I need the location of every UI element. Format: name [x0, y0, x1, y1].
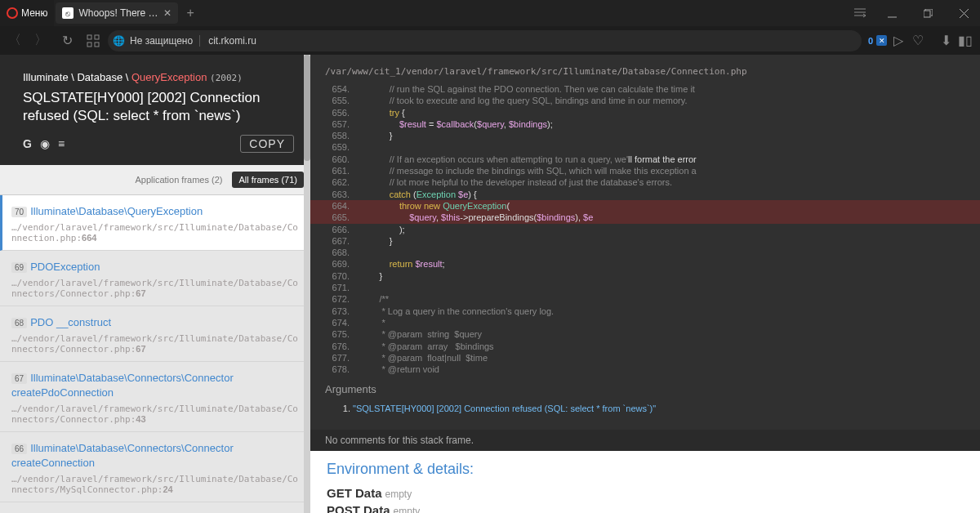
- opera-logo-icon: [7, 7, 18, 19]
- shield-badge-icon[interactable]: ✕: [876, 35, 887, 46]
- duckduckgo-icon[interactable]: ◉: [40, 137, 50, 150]
- google-search-icon[interactable]: G: [23, 137, 32, 150]
- arguments-section: Arguments "SQLSTATE[HY000] [2002] Connec…: [310, 375, 980, 422]
- tab-title: Whoops! There was an err: [78, 7, 158, 19]
- globe-icon: 🌐: [113, 35, 125, 47]
- page-content: Illuminate \ Database \ QueryException (…: [0, 55, 980, 513]
- code-line: 667. }: [310, 235, 980, 247]
- details-heading: Environment & details:: [327, 461, 964, 478]
- code-line: 669. return $result;: [310, 258, 980, 270]
- speed-dial-icon[interactable]: [82, 29, 105, 52]
- code-line: 655. // took to execute and log the quer…: [310, 95, 980, 106]
- code-line: 675. * @param string $query: [310, 328, 980, 340]
- code-line: 658. }: [310, 130, 980, 141]
- stack-frame[interactable]: 65Illuminate\Database\Connectors\MySqlCo…: [0, 502, 310, 513]
- sidebar-toggle-icon[interactable]: [848, 7, 872, 20]
- code-line: 662. // lot more helpful to the develope…: [310, 176, 980, 188]
- code-line: 660. // If an exception occurs when atte…: [310, 154, 980, 165]
- file-path: /var/www/cit_1/vendor/laravel/framework/…: [310, 66, 980, 83]
- code-line: 664. throw new QueryException(: [310, 200, 980, 212]
- window-close-button[interactable]: [947, 0, 980, 26]
- stack-frame[interactable]: 68PDO __construct…/vendor/laravel/framew…: [0, 306, 310, 362]
- security-label: Не защищено: [130, 35, 200, 47]
- exception-header: Illuminate \ Database \ QueryException (…: [0, 55, 310, 165]
- arguments-label: Arguments: [325, 383, 376, 395]
- code-line: 659.: [310, 141, 980, 153]
- stack-frame[interactable]: 69PDOException…/vendor/laravel/framework…: [0, 251, 310, 306]
- svg-rect-7: [95, 42, 99, 47]
- copy-button[interactable]: COPY: [240, 135, 294, 153]
- exception-message: SQLSTATE[HY000] [2002] Connection refuse…: [23, 89, 294, 125]
- nav-reload-button[interactable]: ↻: [56, 29, 78, 52]
- code-line: 672. /**: [310, 293, 980, 305]
- tab-application-frames[interactable]: Application frames (2): [128, 172, 229, 188]
- code-line: 671.: [310, 282, 980, 293]
- exception-actions: G ◉ ≡ COPY: [23, 135, 294, 153]
- menu-button[interactable]: Меню: [0, 0, 54, 26]
- frame-filter-tabs: Application frames (2) All frames (71): [0, 165, 310, 195]
- heart-icon[interactable]: ♡: [910, 33, 926, 48]
- code-line: 676. * @param array $bindings: [310, 341, 980, 352]
- tab-all-frames[interactable]: All frames (71): [232, 172, 304, 188]
- code-viewer: /var/www/cit_1/vendor/laravel/framework/…: [310, 55, 980, 430]
- svg-rect-4: [87, 35, 91, 39]
- window-maximize-button[interactable]: [911, 0, 944, 26]
- download-icon[interactable]: ⬇: [938, 33, 954, 48]
- stackoverflow-icon[interactable]: ≡: [58, 137, 65, 150]
- url-input[interactable]: 🌐 Не защищено cit.rkomi.ru: [108, 30, 862, 51]
- detail-row: GET Dataempty: [327, 486, 964, 500]
- nav-back-button[interactable]: 〈: [3, 29, 26, 52]
- blocked-count[interactable]: 0: [868, 36, 873, 46]
- browser-titlebar: Меню ⎋ Whoops! There was an err ✕ +: [0, 0, 980, 26]
- code-line: 654. // run the SQL against the PDO conn…: [310, 83, 980, 95]
- stack-frame[interactable]: 67Illuminate\Database\Connectors\Connect…: [0, 362, 310, 432]
- details-panel: Environment & details: GET DataemptyPOST…: [310, 451, 980, 513]
- main-panel[interactable]: /var/www/cit_1/vendor/laravel/framework/…: [310, 55, 980, 513]
- detail-row: POST Dataempty: [327, 503, 964, 513]
- window-minimize-button[interactable]: [875, 0, 908, 26]
- argument-value: "SQLSTATE[HY000] [2002] Connection refus…: [353, 404, 965, 413]
- code-line: 661. // message to include the bindings …: [310, 165, 980, 176]
- stack-frame[interactable]: 66Illuminate\Database\Connectors\Connect…: [0, 432, 310, 502]
- code-line: 670. }: [310, 270, 980, 282]
- sidebar-scrollbar[interactable]: [304, 55, 310, 513]
- send-icon[interactable]: ▷: [890, 33, 906, 48]
- svg-rect-1: [924, 11, 930, 17]
- address-bar-actions: 0 ✕ ▷ ♡ ⬇ ▮▯: [865, 33, 977, 48]
- code-line: 657. $result = $callback($query, $bindin…: [310, 118, 980, 130]
- code-line: 668.: [310, 247, 980, 258]
- url-text: cit.rkomi.ru: [205, 35, 256, 47]
- battery-icon[interactable]: ▮▯: [957, 33, 973, 48]
- tab-close-icon[interactable]: ✕: [163, 7, 172, 19]
- tab-favicon-icon: ⎋: [62, 7, 74, 19]
- browser-tab[interactable]: ⎋ Whoops! There was an err ✕: [56, 2, 178, 24]
- code-line: 678. * @return void: [310, 364, 980, 375]
- exception-namespace: Illuminate \ Database \ QueryException (…: [23, 71, 294, 84]
- no-comments-label: No comments for this stack frame.: [310, 430, 980, 451]
- code-line: 673. * Log a query in the connection's q…: [310, 306, 980, 317]
- menu-label: Меню: [21, 7, 47, 19]
- code-line: 665. $query, $this->prepareBindings($bin…: [310, 212, 980, 223]
- stack-frames-list[interactable]: 70Illuminate\Database\QueryException…/ve…: [0, 195, 310, 513]
- code-line: 663. catch (Exception $e) {: [310, 189, 980, 200]
- svg-rect-6: [87, 42, 91, 47]
- stack-sidebar: Illuminate \ Database \ QueryException (…: [0, 55, 310, 513]
- new-tab-button[interactable]: +: [180, 6, 200, 20]
- code-line: 656. try {: [310, 107, 980, 118]
- svg-rect-5: [95, 35, 99, 39]
- address-bar: 〈 〉 ↻ 🌐 Не защищено cit.rkomi.ru 0 ✕ ▷ ♡…: [0, 26, 980, 55]
- code-line: 677. * @param float|null $time: [310, 352, 980, 364]
- code-line: 666. );: [310, 224, 980, 235]
- nav-forward-button[interactable]: 〉: [29, 29, 52, 52]
- code-line: 674. *: [310, 317, 980, 328]
- stack-frame[interactable]: 70Illuminate\Database\QueryException…/ve…: [0, 195, 310, 251]
